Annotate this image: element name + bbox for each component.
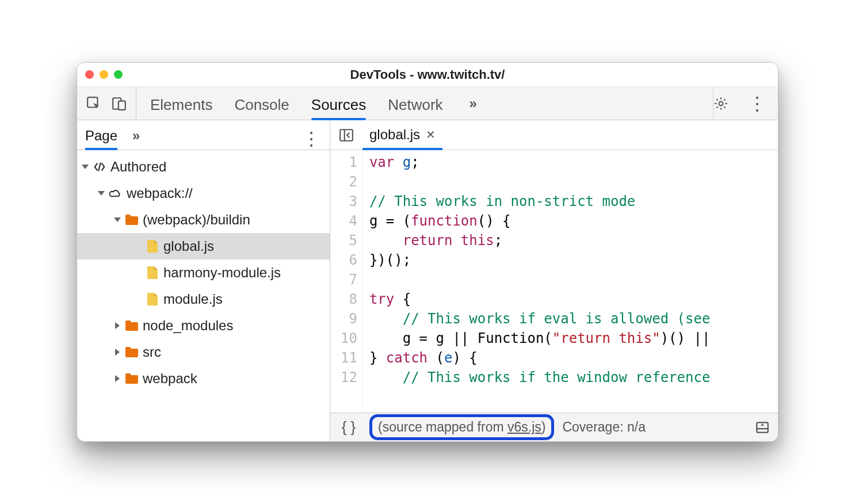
source-map-link[interactable]: v6s.js [507,419,541,434]
navigator-tab-page[interactable]: Page [85,128,117,150]
tree-folder-src[interactable]: src [77,339,330,365]
panel-body: Page » ⋮ Authored webpack:// [77,120,778,441]
status-bar: { } (source mapped from v6s.js) Coverage… [330,413,778,441]
navigator-tabs: Page » ⋮ [77,120,330,150]
file-icon [147,240,158,253]
main-tabs: Elements Console Sources Network » [136,87,495,120]
tree-root-authored[interactable]: Authored [77,154,330,180]
tab-network[interactable]: Network [388,96,442,120]
navigator-menu-icon[interactable]: ⋮ [294,128,322,150]
tree-file-global[interactable]: global.js [77,233,330,259]
window-zoom-button[interactable] [114,70,123,79]
folder-icon [125,320,138,331]
tree-label: module.js [163,291,223,307]
file-tab-label: global.js [369,127,420,143]
tree-label: global.js [163,238,214,254]
folder-icon [125,373,138,384]
code-editor[interactable]: 12 34 56 78 910 1112 var g; // This work… [330,150,778,413]
file-icon [147,293,158,306]
folder-icon [125,347,138,357]
file-tab-global[interactable]: global.js ✕ [362,127,442,150]
tree-domain-webpack[interactable]: webpack:// [77,180,330,207]
coverage-label: Coverage: n/a [562,419,645,435]
tree-label: node_modules [143,318,233,334]
svg-point-3 [719,101,723,105]
cloud-icon [109,188,122,198]
pretty-print-button[interactable]: { } [336,418,361,436]
close-tab-icon[interactable]: ✕ [426,128,436,142]
window-minimize-button[interactable] [100,70,108,79]
tree-file-module[interactable]: module.js [77,286,330,312]
code-content: var g; // This works in non-strict modeg… [362,150,710,413]
main-tab-bar: Elements Console Sources Network » ⋮ [77,87,778,120]
file-icon [147,266,158,279]
tree-folder-webpack[interactable]: webpack [77,365,330,392]
window-controls [77,70,123,79]
tree-label: (webpack)/buildin [143,212,250,228]
tree-file-harmony[interactable]: harmony-module.js [77,259,330,286]
inspect-icon[interactable] [86,96,101,111]
file-tab-bar: global.js ✕ [330,120,778,150]
navigator-more-tabs[interactable]: » [128,120,144,150]
code-icon [93,162,106,172]
editor-pane: global.js ✕ 12 34 56 78 910 1112 var g; … [330,120,778,441]
tree-label: Authored [110,159,166,175]
kebab-menu-icon[interactable]: ⋮ [740,93,768,114]
title-bar: DevTools - www.twitch.tv/ [77,63,778,87]
tree-label: webpack:// [127,185,193,201]
tree-label: webpack [143,371,197,387]
device-tools [77,87,136,120]
toolbar-trailing: ⋮ [713,87,778,120]
device-toggle-icon[interactable] [112,96,127,111]
settings-icon[interactable] [713,96,728,111]
tree-folder-node-modules[interactable]: node_modules [77,312,330,339]
window-title: DevTools - www.twitch.tv/ [77,67,778,82]
source-map-indicator: (source mapped from v6s.js) [369,414,554,440]
window-close-button[interactable] [85,70,94,79]
line-gutter: 12 34 56 78 910 1112 [330,150,362,413]
tree-label: harmony-module.js [163,265,281,281]
tree-folder-buildin[interactable]: (webpack)/buildin [77,207,330,233]
more-tabs-button[interactable]: » [465,87,482,120]
navigator-sidebar: Page » ⋮ Authored webpack:// [77,120,330,441]
file-tree: Authored webpack:// (webpack)/buildin gl… [77,150,330,441]
folder-icon [125,215,138,225]
tab-elements[interactable]: Elements [150,96,212,120]
toggle-navigator-icon[interactable] [336,128,357,143]
svg-rect-2 [119,101,125,109]
toggle-drawer-icon[interactable] [753,420,772,435]
tab-console[interactable]: Console [234,96,289,120]
tab-sources[interactable]: Sources [311,96,366,120]
devtools-window: DevTools - www.twitch.tv/ Elements Conso… [77,62,778,442]
tree-label: src [143,344,161,360]
